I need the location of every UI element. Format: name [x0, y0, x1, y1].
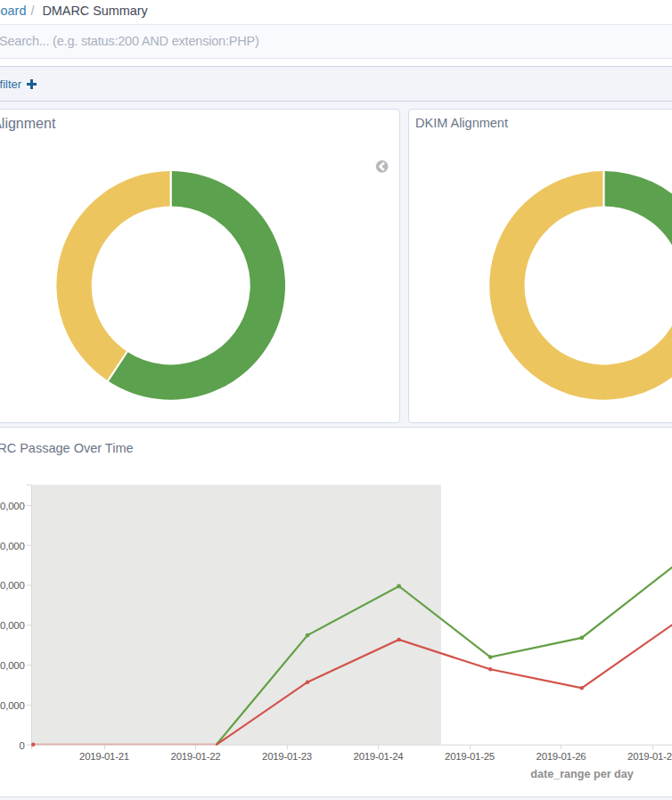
svg-text:2019-01-23: 2019-01-23 [262, 751, 312, 762]
svg-text:60,000: 60,000 [0, 501, 25, 511]
svg-text:10,000: 10,000 [0, 700, 25, 711]
svg-text:50,000: 50,000 [0, 541, 25, 551]
svg-text:2019-01-21: 2019-01-21 [79, 751, 129, 762]
svg-text:20,000: 20,000 [0, 660, 25, 671]
svg-text:2019-01-24: 2019-01-24 [354, 751, 404, 762]
svg-text:2019-01-22: 2019-01-22 [171, 751, 221, 762]
svg-text:2019-01-26: 2019-01-26 [537, 751, 586, 762]
svg-text:0: 0 [19, 740, 24, 751]
svg-text:2019-01-27: 2019-01-27 [627, 751, 672, 762]
svg-text:2019-01-25: 2019-01-25 [445, 751, 495, 762]
svg-text:date_range per day: date_range per day [530, 768, 634, 780]
svg-text:30,000: 30,000 [0, 620, 25, 631]
svg-text:40,000: 40,000 [0, 580, 25, 591]
